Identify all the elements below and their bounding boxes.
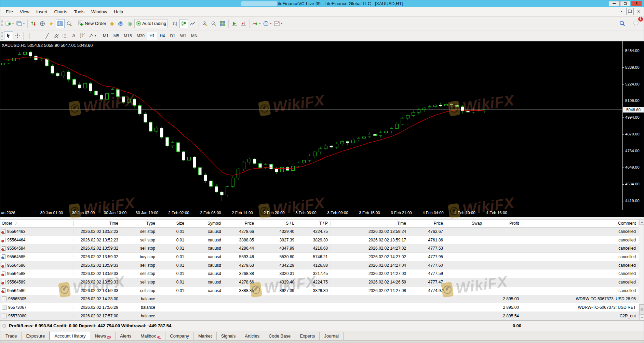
indicators-button[interactable]: ▾: [251, 19, 262, 28]
table-row[interactable]: ↑955730672026.02.02 17:56:29balance2 895…: [0, 303, 639, 312]
column-header-swap[interactable]: Swap: [446, 221, 485, 226]
menu-insert[interactable]: Insert: [33, 8, 51, 16]
tab-market[interactable]: Market: [194, 332, 217, 340]
toolbar-grip[interactable]: [1, 32, 3, 40]
column-header-price[interactable]: Price: [224, 221, 257, 226]
tile-windows-button[interactable]: [218, 19, 227, 28]
column-header-price[interactable]: Price: [409, 221, 446, 226]
table-row[interactable]: 955645842026.02.02 13:59:32sell stop0.01…: [0, 244, 639, 253]
chart-line-button[interactable]: [188, 19, 197, 28]
chart-minimize-button[interactable]: -: [618, 8, 625, 15]
timeframe-d1[interactable]: D1: [167, 32, 178, 40]
search-button[interactable]: [618, 19, 627, 28]
tab-signals[interactable]: Signals: [217, 332, 241, 340]
menu-file[interactable]: File: [2, 8, 16, 16]
publish-button[interactable]: [117, 19, 125, 28]
column-header-size[interactable]: Size: [158, 221, 187, 226]
auto-scroll-button[interactable]: [230, 19, 239, 28]
tab-account-history[interactable]: Account History: [50, 331, 90, 340]
column-header-sl[interactable]: S / L: [257, 221, 297, 226]
profiles-button[interactable]: ▾: [15, 19, 26, 28]
timeframe-h4[interactable]: H4: [157, 32, 167, 40]
trendline-tool-button[interactable]: ╱: [43, 31, 52, 40]
timeframe-m15[interactable]: M15: [121, 32, 134, 40]
metaeditor-button[interactable]: ◆: [108, 19, 117, 28]
table-row[interactable]: ↓955653052026.02.02 14:28:00balance-2 89…: [0, 295, 639, 304]
strategy-tester-button[interactable]: [65, 19, 73, 28]
tab-exposure[interactable]: Exposure: [22, 332, 50, 340]
chart-candles-button[interactable]: [179, 19, 188, 28]
tab-news[interactable]: News20: [90, 332, 116, 340]
table-row[interactable]: 955645852026.02.02 13:59:32buy stop0.01x…: [0, 253, 639, 261]
table-row[interactable]: 955645892026.02.02 13:59:33sell stop0.01…: [0, 278, 639, 287]
templates-button[interactable]: ▾: [273, 19, 284, 28]
vertical-line-tool-button[interactable]: │: [25, 31, 34, 40]
periods-button[interactable]: ▾: [262, 19, 273, 28]
chart-close-button[interactable]: x: [635, 8, 642, 15]
timeframe-h1[interactable]: H1: [147, 32, 157, 40]
table-scrollbar[interactable]: ▲ ▼: [639, 219, 644, 320]
chart-area[interactable]: XAUUSD,H1 5054.92 5058.90 5047.01 5048.6…: [0, 41, 644, 217]
tab-articles[interactable]: Articles: [240, 332, 264, 340]
autotrading-button[interactable]: AutoTrading: [134, 19, 167, 28]
column-header-time[interactable]: Time: [74, 221, 121, 226]
new-chart-button[interactable]: ▾: [4, 19, 15, 28]
broadcast-button[interactable]: ◎: [125, 19, 134, 28]
tab-experts[interactable]: Experts: [295, 332, 320, 340]
menu-view[interactable]: View: [16, 8, 33, 16]
chat-button[interactable]: 1: [631, 19, 640, 28]
table-row[interactable]: 955644642026.02.02 13:52:23sell stop0.01…: [0, 236, 639, 245]
window-maximize-button[interactable]: [620, 1, 630, 6]
column-header-tp[interactable]: T / P: [297, 221, 331, 226]
timeframe-m5[interactable]: M5: [111, 32, 122, 40]
window-close-button[interactable]: X: [631, 1, 642, 6]
zoom-out-button[interactable]: [209, 19, 218, 28]
scroll-down-arrow[interactable]: ▼: [639, 315, 644, 320]
toolbar-grip[interactable]: [1, 20, 3, 27]
tab-code-base[interactable]: Code Base: [264, 332, 295, 340]
tab-mailbox[interactable]: Mailbox41: [136, 332, 165, 340]
column-header-symbol[interactable]: Symbol: [187, 221, 224, 226]
text-label-tool-button[interactable]: T: [78, 31, 87, 40]
chart-bars-button[interactable]: [171, 19, 179, 28]
chart-shift-button[interactable]: [239, 19, 248, 28]
table-row[interactable]: ↓955730802026.02.02 17:57:00balance-2 89…: [0, 312, 639, 320]
cursor-tool-button[interactable]: [4, 31, 13, 40]
column-header-time[interactable]: Time: [331, 221, 409, 226]
table-row[interactable]: 955645862026.02.02 13:59:33sell stop0.01…: [0, 261, 639, 270]
menu-charts[interactable]: Charts: [51, 8, 70, 16]
navigator-button[interactable]: ★: [47, 19, 56, 28]
timeframe-m1[interactable]: M1: [100, 32, 111, 40]
new-order-button[interactable]: New Order: [77, 19, 108, 28]
crosshair-tool-button[interactable]: [13, 31, 22, 40]
market-watch-button[interactable]: [29, 19, 38, 28]
column-header-profit[interactable]: Profit: [485, 221, 522, 226]
timeframe-w1[interactable]: W1: [178, 32, 189, 40]
column-header-comment[interactable]: Comment: [522, 221, 639, 226]
column-header-order[interactable]: Order∕: [0, 221, 74, 226]
window-minimize-button[interactable]: [609, 1, 619, 6]
tab-company[interactable]: Company: [165, 332, 194, 340]
tab-alerts[interactable]: Alerts: [116, 332, 136, 340]
text-tool-button[interactable]: A: [69, 31, 78, 40]
scroll-thumb[interactable]: [639, 304, 644, 315]
menu-help[interactable]: Help: [110, 8, 126, 16]
chart-restore-button[interactable]: ❏: [626, 8, 634, 15]
tab-trade[interactable]: Trade: [1, 332, 22, 340]
scroll-up-arrow[interactable]: ▲: [639, 219, 644, 225]
terminal-button[interactable]: [56, 19, 65, 28]
timeframe-mn[interactable]: MN: [189, 32, 200, 40]
column-header-type[interactable]: Type: [121, 221, 158, 226]
fibonacci-tool-button[interactable]: F: [61, 31, 69, 40]
tab-journal[interactable]: Journal: [320, 332, 344, 340]
table-row[interactable]: 955645882026.02.02 13:59:33sell stop0.01…: [0, 269, 639, 278]
equidistant-channel-tool-button[interactable]: E: [52, 31, 61, 40]
table-row[interactable]: 955645902026.02.02 13:59:33sell stop0.01…: [0, 287, 639, 295]
timeframe-m30[interactable]: M30: [134, 32, 147, 40]
horizontal-line-tool-button[interactable]: ─: [34, 31, 43, 40]
zoom-in-button[interactable]: [200, 19, 209, 28]
arrows-tool-button[interactable]: ▾: [87, 31, 97, 40]
menu-tools[interactable]: Tools: [71, 8, 88, 16]
menu-window[interactable]: Window: [88, 8, 110, 16]
table-row[interactable]: 955644632026.02.02 13:52:23sell stop0.01…: [0, 227, 639, 236]
